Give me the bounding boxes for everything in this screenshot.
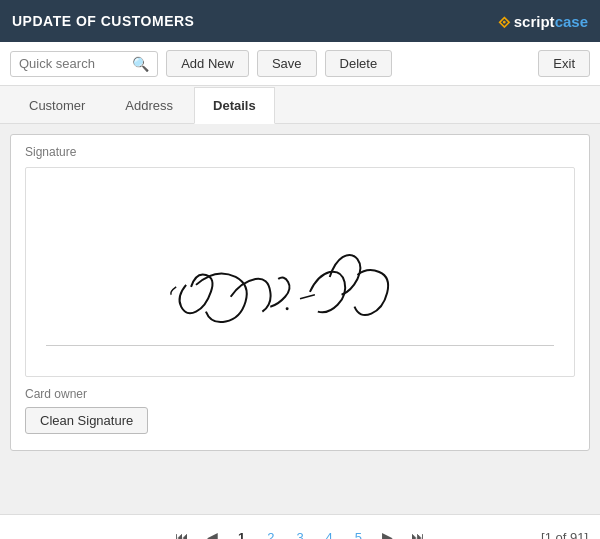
logo-script-part: script xyxy=(514,13,555,30)
toolbar: 🔍 Add New Save Delete Exit xyxy=(0,42,600,86)
page-2[interactable]: 2 xyxy=(259,526,282,540)
page-title: UPDATE OF CUSTOMERS xyxy=(12,13,194,29)
signature-line xyxy=(46,345,554,346)
exit-button[interactable]: Exit xyxy=(538,50,590,77)
prev-page-button[interactable]: ◀ xyxy=(201,525,224,539)
clean-signature-button[interactable]: Clean Signature xyxy=(25,407,148,434)
tab-details[interactable]: Details xyxy=(194,87,275,124)
logo-text: scriptcase xyxy=(514,13,588,30)
main-content: Signature Card owner Clea xyxy=(0,124,600,514)
card-owner-label: Card owner xyxy=(25,387,575,401)
signature-field[interactable] xyxy=(25,167,575,377)
svg-point-0 xyxy=(286,307,289,310)
next-page-button[interactable]: ▶ xyxy=(376,525,399,539)
page-5[interactable]: 5 xyxy=(347,526,370,540)
page-4[interactable]: 4 xyxy=(318,526,341,540)
logo: ⟐ scriptcase xyxy=(498,10,588,33)
add-new-button[interactable]: Add New xyxy=(166,50,249,77)
search-box[interactable]: 🔍 xyxy=(10,51,158,77)
search-icon: 🔍 xyxy=(132,56,149,72)
logo-icon: ⟐ xyxy=(498,10,510,33)
logo-case-part: case xyxy=(555,13,588,30)
app-header: UPDATE OF CUSTOMERS ⟐ scriptcase xyxy=(0,0,600,42)
pagination: ⏮ ◀ 1 2 3 4 5 ▶ ⏭ [1 of 91] xyxy=(0,514,600,539)
pagination-info: [1 of 91] xyxy=(541,530,588,540)
search-input[interactable] xyxy=(19,56,126,71)
page-3[interactable]: 3 xyxy=(288,526,311,540)
tab-address[interactable]: Address xyxy=(106,87,192,124)
page-1[interactable]: 1 xyxy=(230,526,253,540)
save-button[interactable]: Save xyxy=(257,50,317,77)
tab-bar: Customer Address Details xyxy=(0,86,600,124)
delete-button[interactable]: Delete xyxy=(325,50,393,77)
tab-customer[interactable]: Customer xyxy=(10,87,104,124)
last-page-button[interactable]: ⏭ xyxy=(405,525,431,539)
signature-section-label: Signature xyxy=(25,145,575,159)
form-section: Signature Card owner Clea xyxy=(10,134,590,451)
first-page-button[interactable]: ⏮ xyxy=(169,525,195,539)
